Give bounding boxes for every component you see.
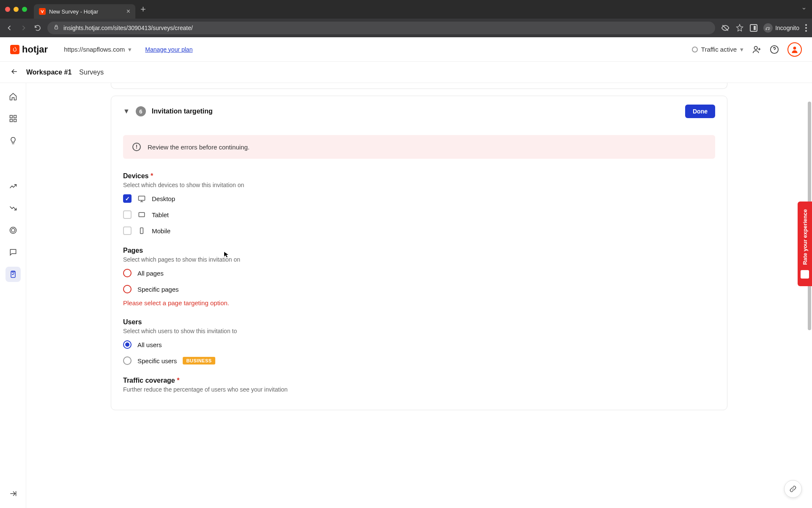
svg-rect-6 (10, 119, 12, 122)
devices-title-text: Devices (123, 172, 149, 179)
done-button[interactable]: Done (685, 105, 715, 118)
window-controls (5, 7, 27, 12)
window-maximize-button[interactable] (22, 7, 27, 12)
browser-forward-button[interactable] (19, 24, 28, 32)
mobile-icon (137, 226, 146, 235)
pages-error-text: Please select a page targeting option. (123, 299, 715, 306)
traffic-title: Traffic coverage * (123, 377, 715, 384)
rail-surveys-icon[interactable] (5, 267, 21, 282)
device-option-mobile[interactable]: Mobile (123, 226, 715, 235)
browser-reload-button[interactable] (34, 24, 41, 32)
svg-point-8 (10, 227, 16, 234)
svg-point-3 (793, 47, 796, 50)
svg-rect-0 (55, 27, 58, 29)
alert-icon: ! (132, 143, 141, 151)
invite-user-icon[interactable] (752, 45, 761, 54)
pages-option-label: All pages (137, 270, 164, 277)
error-alert: ! Review the errors before continuing. (123, 135, 715, 159)
tab-favicon-icon (39, 8, 46, 15)
url-text: insights.hotjar.com/sites/3090413/survey… (63, 25, 193, 31)
svg-rect-5 (14, 116, 16, 118)
rail-feedback-icon[interactable] (5, 245, 21, 260)
content-wrap: ▼ 6 Invitation targeting Done ! Review t… (0, 83, 812, 508)
logo-text: hotjar (22, 44, 48, 55)
help-icon[interactable] (770, 45, 779, 54)
share-link-fab[interactable] (784, 480, 802, 498)
manage-plan-link[interactable]: Manage your plan (145, 46, 192, 53)
breadcrumb: Workspace #1 Surveys (0, 62, 812, 83)
app-header: hotjar https://snapflows.com ▾ Manage yo… (0, 37, 812, 62)
device-option-tablet[interactable]: Tablet (123, 210, 715, 219)
traffic-status-dropdown[interactable]: Traffic active ▾ (692, 46, 743, 53)
eye-off-icon[interactable] (721, 24, 730, 32)
rail-funnels-icon[interactable] (5, 201, 21, 216)
browser-toolbar: insights.hotjar.com/sites/3090413/survey… (0, 19, 812, 37)
site-picker[interactable]: https://snapflows.com ▾ (64, 46, 132, 53)
breadcrumb-workspace[interactable]: Workspace #1 (26, 69, 71, 76)
users-subtitle: Select which users to show this invitati… (123, 328, 715, 334)
pages-option-specific[interactable]: Specific pages (123, 285, 715, 293)
radio-all-users[interactable] (123, 340, 132, 349)
users-title: Users (123, 318, 715, 326)
device-option-desktop[interactable]: Desktop (123, 194, 715, 203)
device-label: Tablet (152, 211, 169, 218)
checkbox-mobile[interactable] (123, 226, 132, 235)
rail-expand-icon[interactable] (5, 486, 21, 501)
window-minimize-button[interactable] (14, 7, 19, 12)
pages-section: Pages Select which pages to show this in… (123, 247, 715, 306)
users-option-label: Specific users (137, 357, 177, 364)
window-close-button[interactable] (5, 7, 10, 12)
rail-home-icon[interactable] (5, 89, 21, 104)
svg-rect-12 (139, 213, 144, 217)
browser-profile-button[interactable]: Incognito (763, 23, 799, 33)
breadcrumb-section[interactable]: Surveys (79, 69, 104, 76)
browser-toolbar-right: Incognito (721, 23, 807, 33)
radio-specific-users[interactable] (123, 356, 132, 365)
traffic-status-label: Traffic active (701, 46, 737, 53)
traffic-title-text: Traffic coverage (123, 377, 175, 384)
business-badge: BUSINESS (183, 357, 215, 364)
collapse-caret-icon[interactable]: ▼ (123, 108, 130, 115)
users-option-specific[interactable]: Specific users BUSINESS (123, 356, 715, 365)
pages-subtitle: Select which pages to show this invitati… (123, 256, 715, 263)
browser-back-button[interactable] (5, 24, 14, 32)
hotjar-logo[interactable]: hotjar (10, 44, 48, 55)
incognito-icon (763, 23, 773, 33)
bookmark-star-icon[interactable] (735, 24, 744, 32)
rail-dashboard-icon[interactable] (5, 111, 21, 126)
new-tab-button[interactable]: + (140, 4, 146, 15)
tabs-overflow-icon[interactable] (801, 6, 807, 13)
radio-all-pages[interactable] (123, 269, 132, 277)
tab-close-icon[interactable]: × (126, 8, 130, 15)
extensions-icon[interactable] (750, 24, 757, 32)
svg-point-1 (754, 46, 757, 49)
rail-recordings-icon[interactable] (5, 223, 21, 238)
browser-tab[interactable]: New Survey - Hotjar × (34, 4, 135, 19)
logo-flame-icon (10, 45, 19, 54)
browser-menu-button[interactable] (805, 24, 807, 32)
previous-panel-edge (111, 83, 727, 89)
main-content[interactable]: ▼ 6 Invitation targeting Done ! Review t… (26, 83, 812, 508)
users-options: All users Specific users BUSINESS (123, 340, 715, 365)
user-avatar[interactable] (787, 42, 802, 57)
chevron-down-icon: ▾ (128, 46, 132, 53)
feedback-emoji-icon (801, 270, 809, 279)
users-option-all[interactable]: All users (123, 340, 715, 349)
checkbox-desktop[interactable] (123, 194, 132, 203)
profile-label: Incognito (775, 25, 799, 31)
back-arrow-icon[interactable] (10, 67, 19, 77)
feedback-side-tab[interactable]: Rate your experience (798, 202, 812, 286)
radio-specific-pages[interactable] (123, 285, 132, 293)
address-bar[interactable]: insights.hotjar.com/sites/3090413/survey… (47, 22, 715, 34)
rail-highlights-icon[interactable] (5, 133, 21, 148)
traffic-subtitle: Further reduce the percentage of users w… (123, 386, 715, 393)
feedback-label: Rate your experience (802, 209, 808, 265)
status-dot-icon (692, 47, 698, 52)
svg-rect-7 (14, 119, 16, 122)
panel-title: Invitation targeting (152, 108, 213, 115)
tab-title: New Survey - Hotjar (49, 8, 123, 15)
rail-trends-icon[interactable] (5, 179, 21, 194)
pages-option-all[interactable]: All pages (123, 269, 715, 277)
pages-option-label: Specific pages (137, 286, 179, 293)
checkbox-tablet[interactable] (123, 210, 132, 219)
